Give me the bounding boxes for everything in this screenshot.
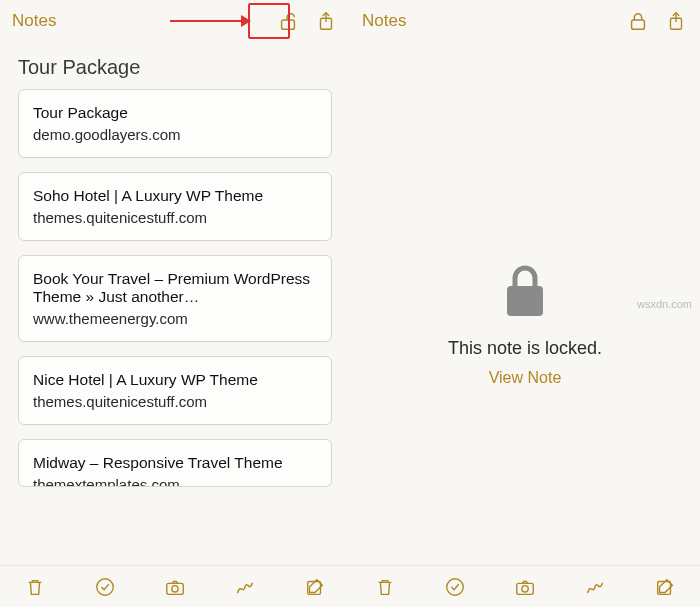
share-icon	[665, 10, 687, 32]
share-button-right[interactable]	[660, 5, 692, 37]
bottom-toolbar	[0, 565, 700, 607]
squiggle-icon	[234, 576, 256, 598]
back-label-right: Notes	[362, 11, 406, 31]
compose-button[interactable]	[300, 572, 330, 602]
compose-icon	[654, 576, 676, 598]
page-title: Tour Package	[0, 42, 350, 89]
note-card[interactable]: Book Your Travel – Premium WordPress The…	[18, 255, 332, 342]
note-card[interactable]: Nice Hotel | A Luxury WP Theme themes.qu…	[18, 356, 332, 425]
camera-button[interactable]	[510, 572, 540, 602]
squiggle-icon	[584, 576, 606, 598]
note-card[interactable]: Soho Hotel | A Luxury WP Theme themes.qu…	[18, 172, 332, 241]
annotation-arrow	[170, 20, 250, 22]
note-card-subtitle: themextemplates.com	[33, 476, 317, 487]
note-card-title: Tour Package	[33, 104, 317, 122]
share-button-left[interactable]	[310, 5, 342, 37]
note-list: Tour Package demo.goodlayers.com Soho Ho…	[0, 89, 350, 487]
left-nav: Notes	[0, 0, 350, 42]
camera-icon	[514, 576, 536, 598]
checklist-button[interactable]	[440, 572, 470, 602]
note-card-subtitle: demo.goodlayers.com	[33, 126, 317, 143]
note-card-title: Book Your Travel – Premium WordPress The…	[33, 270, 317, 306]
note-card-subtitle: themes.quitenicestuff.com	[33, 209, 317, 226]
back-button-right[interactable]: Notes	[358, 11, 406, 31]
trash-button[interactable]	[20, 572, 50, 602]
lock-toggle-button-right[interactable]	[622, 5, 654, 37]
camera-icon	[164, 576, 186, 598]
compose-icon	[304, 576, 326, 598]
svg-rect-6	[507, 286, 543, 316]
note-card-subtitle: themes.quitenicestuff.com	[33, 393, 317, 410]
compose-button[interactable]	[650, 572, 680, 602]
check-circle-icon	[94, 576, 116, 598]
locked-note-area: This note is locked. View Note	[350, 42, 700, 607]
note-card-subtitle: www.themeenergy.com	[33, 310, 317, 327]
back-label-left: Notes	[12, 11, 56, 31]
trash-button[interactable]	[370, 572, 400, 602]
right-nav: Notes	[350, 0, 700, 42]
back-button-left[interactable]: Notes	[8, 11, 56, 31]
note-card-title: Midway – Responsive Travel Theme	[33, 454, 317, 472]
camera-button[interactable]	[160, 572, 190, 602]
trash-icon	[374, 576, 396, 598]
view-note-link[interactable]: View Note	[489, 369, 562, 387]
svg-rect-3	[632, 20, 645, 29]
lock-icon	[627, 10, 649, 32]
note-card-title: Nice Hotel | A Luxury WP Theme	[33, 371, 317, 389]
svg-point-11	[447, 578, 464, 595]
sketch-button[interactable]	[580, 572, 610, 602]
note-card[interactable]: Tour Package demo.goodlayers.com	[18, 89, 332, 158]
watermark: wsxdn.com	[637, 298, 692, 310]
svg-point-9	[172, 585, 178, 591]
check-circle-icon	[444, 576, 466, 598]
svg-point-13	[522, 585, 528, 591]
sketch-button[interactable]	[230, 572, 260, 602]
checklist-button[interactable]	[90, 572, 120, 602]
locked-message: This note is locked.	[448, 338, 602, 359]
annotation-highlight-box	[248, 3, 290, 39]
trash-icon	[24, 576, 46, 598]
note-card[interactable]: Midway – Responsive Travel Theme themext…	[18, 439, 332, 487]
lock-large-icon	[501, 262, 549, 322]
note-card-title: Soho Hotel | A Luxury WP Theme	[33, 187, 317, 205]
share-icon	[315, 10, 337, 32]
svg-point-7	[97, 578, 114, 595]
